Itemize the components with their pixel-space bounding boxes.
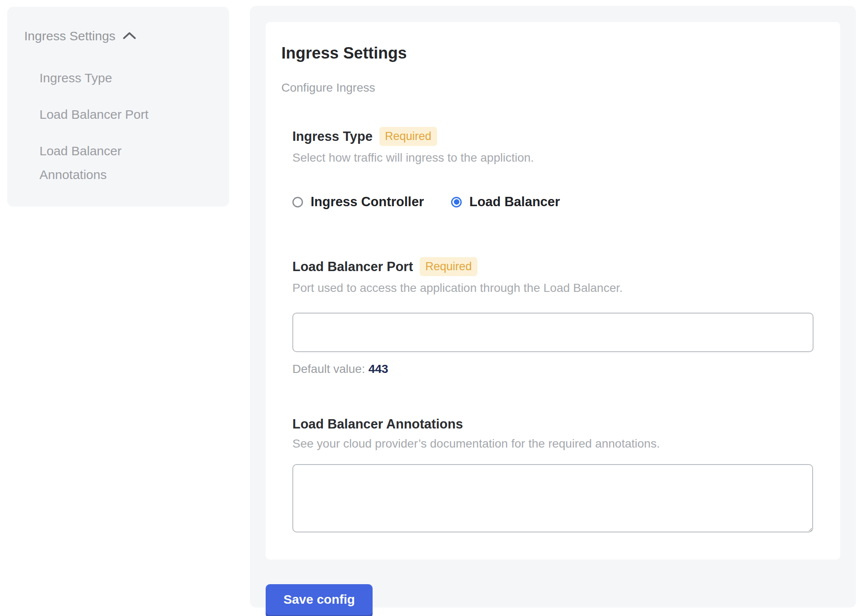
radio-icon[interactable]	[292, 197, 303, 207]
section-load-balancer-port: Load Balancer Port Required Port used to…	[292, 257, 814, 376]
radio-label: Ingress Controller	[311, 194, 424, 210]
ingress-type-label-row: Ingress Type Required	[292, 127, 814, 146]
required-badge: Required	[379, 127, 437, 146]
settings-sidebar: Ingress Settings Ingress Type Load Balan…	[7, 7, 229, 207]
sidebar-item-ingress-type[interactable]: Ingress Type	[39, 66, 180, 90]
sidebar-item-load-balancer-port[interactable]: Load Balancer Port	[39, 103, 180, 126]
form-sections: Ingress Type Required Select how traffic…	[281, 127, 814, 532]
radio-option-ingress-controller[interactable]: Ingress Controller	[292, 194, 424, 210]
ingress-type-options: Ingress Controller Load Balancer	[292, 194, 814, 210]
radio-option-load-balancer[interactable]: Load Balancer	[451, 194, 560, 210]
ingress-type-description: Select how traffic will ingress to the a…	[292, 151, 814, 165]
load-balancer-annotations-description: See your cloud provider’s documentation …	[292, 437, 814, 451]
default-value: 443	[368, 362, 388, 375]
sidebar-item-list: Ingress Type Load Balancer Port Load Bal…	[24, 66, 216, 187]
ingress-type-label: Ingress Type	[292, 129, 373, 144]
section-ingress-type: Ingress Type Required Select how traffic…	[292, 127, 814, 210]
radio-icon[interactable]	[451, 197, 462, 207]
load-balancer-annotations-label: Load Balancer Annotations	[292, 417, 463, 432]
config-panel: Ingress Settings Configure Ingress Ingre…	[250, 6, 856, 608]
save-config-button[interactable]: Save config	[266, 584, 373, 615]
sidebar-item-load-balancer-annotations[interactable]: Load Balancer Annotations	[39, 139, 180, 187]
sidebar-group-ingress-settings[interactable]: Ingress Settings	[24, 29, 216, 43]
ingress-settings-card: Ingress Settings Configure Ingress Ingre…	[266, 22, 840, 560]
sidebar-group-label: Ingress Settings	[24, 29, 115, 43]
page-title: Ingress Settings	[281, 44, 814, 62]
load-balancer-annotations-textarea[interactable]	[292, 464, 813, 532]
default-value-label: Default value:	[292, 362, 365, 375]
page-subtitle: Configure Ingress	[281, 81, 814, 95]
chevron-up-icon	[122, 29, 137, 43]
load-balancer-annotations-label-row: Load Balancer Annotations	[292, 417, 814, 432]
load-balancer-port-label-row: Load Balancer Port Required	[292, 257, 814, 276]
load-balancer-port-label: Load Balancer Port	[292, 259, 413, 274]
load-balancer-port-input[interactable]	[292, 313, 814, 352]
section-load-balancer-annotations: Load Balancer Annotations See your cloud…	[292, 417, 814, 532]
load-balancer-port-description: Port used to access the application thro…	[292, 281, 814, 295]
radio-label: Load Balancer	[469, 194, 560, 210]
default-value-line: Default value:443	[292, 362, 814, 376]
required-badge: Required	[420, 257, 477, 276]
